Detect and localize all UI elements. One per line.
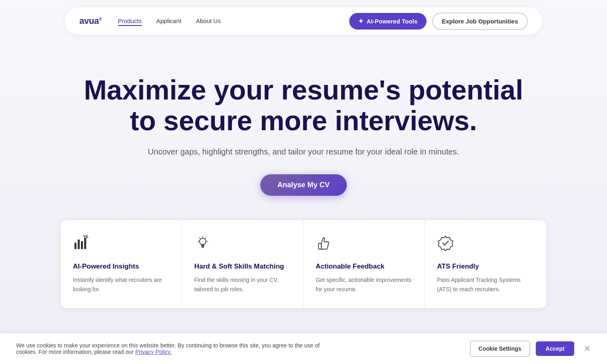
hero-headline: Maximize your resume's potential to secu… xyxy=(81,74,526,136)
cookie-settings-label: Cookie Settings xyxy=(479,345,522,352)
skills-icon xyxy=(194,235,291,255)
cookie-banner: We use cookies to make your experience o… xyxy=(0,333,607,364)
nav-left: avua® Products Applicant About Us xyxy=(79,16,221,26)
ai-tools-label: AI-Powered Tools xyxy=(367,18,418,25)
nav-item-applicant[interactable]: Applicant xyxy=(156,17,181,25)
hero-subtext: Uncover gaps, highlight strengths, and t… xyxy=(8,147,599,157)
hero-headline-line1: Maximize your resume's potential xyxy=(84,74,523,105)
hero-section: Maximize your resume's potential to secu… xyxy=(0,42,607,220)
svg-rect-1 xyxy=(78,239,80,249)
logo[interactable]: avua® xyxy=(79,16,102,26)
feature-card-1: Hard & Soft Skills Matching Find the ski… xyxy=(182,220,304,308)
nav-right: ✦ AI-Powered Tools Explore Job Opportuni… xyxy=(349,13,528,30)
feature-card-0: AI-Powered Insights Instantly identify w… xyxy=(61,220,182,308)
svg-rect-3 xyxy=(84,238,86,249)
features-grid: AI-Powered Insights Instantly identify w… xyxy=(61,220,546,308)
ats-icon xyxy=(437,235,534,255)
cookie-settings-button[interactable]: Cookie Settings xyxy=(470,341,531,357)
feature-title-3: ATS Friendly xyxy=(437,262,534,271)
hero-headline-line2: to secure more interviews. xyxy=(130,105,477,136)
close-icon: ✕ xyxy=(584,344,591,353)
logo-text: avua xyxy=(79,16,99,26)
feature-desc-1: Find the skills missing in your CV, tail… xyxy=(194,275,291,294)
feature-title-2: Actionable Feedback xyxy=(316,262,412,271)
sparkle-icon: ✦ xyxy=(358,17,363,25)
feature-title-0: AI-Powered Insights xyxy=(73,262,170,271)
privacy-policy-link[interactable]: Privacy Policy. xyxy=(135,349,172,355)
feature-card-2: Actionable Feedback Get specific, action… xyxy=(304,220,425,308)
accept-label: Accept xyxy=(545,345,565,352)
feature-desc-2: Get specific, actionable improvements fo… xyxy=(316,275,412,294)
nav-link-about[interactable]: About Us xyxy=(196,17,221,24)
feature-desc-0: Instantly identify what recruiters are l… xyxy=(73,275,170,294)
svg-rect-13 xyxy=(318,243,321,249)
nav-item-about[interactable]: About Us xyxy=(196,17,221,25)
nav-link-products[interactable]: Products xyxy=(118,17,142,26)
nav-links: Products Applicant About Us xyxy=(118,17,221,25)
ai-insights-icon xyxy=(73,235,170,255)
explore-jobs-label: Explore Job Opportunities xyxy=(442,18,518,25)
logo-sup: ® xyxy=(99,17,102,21)
analyse-cv-label: Analyse My CV xyxy=(277,181,329,189)
navbar: avua® Products Applicant About Us ✦ AI-P… xyxy=(65,7,542,35)
close-cookie-button[interactable]: ✕ xyxy=(584,344,591,353)
accept-cookies-button[interactable]: Accept xyxy=(536,341,574,356)
feature-card-3: ATS Friendly Pass Applicant Tracking Sys… xyxy=(425,220,546,308)
cookie-actions: Cookie Settings Accept ✕ xyxy=(470,341,591,357)
nav-item-products[interactable]: Products xyxy=(118,17,142,25)
feature-desc-3: Pass Applicant Tracking Systems (ATS) to… xyxy=(437,275,534,294)
feedback-icon xyxy=(316,235,412,255)
explore-jobs-button[interactable]: Explore Job Opportunities xyxy=(432,13,528,30)
feature-title-1: Hard & Soft Skills Matching xyxy=(194,262,291,271)
analyse-cv-button[interactable]: Analyse My CV xyxy=(260,174,346,196)
svg-point-5 xyxy=(200,238,206,245)
svg-line-10 xyxy=(200,238,200,239)
ai-tools-button[interactable]: ✦ AI-Powered Tools xyxy=(349,13,427,30)
cookie-text: We use cookies to make your experience o… xyxy=(16,342,332,355)
nav-link-applicant[interactable]: Applicant xyxy=(156,17,181,24)
svg-line-9 xyxy=(206,238,206,239)
svg-rect-0 xyxy=(74,243,76,249)
svg-rect-2 xyxy=(81,241,83,249)
